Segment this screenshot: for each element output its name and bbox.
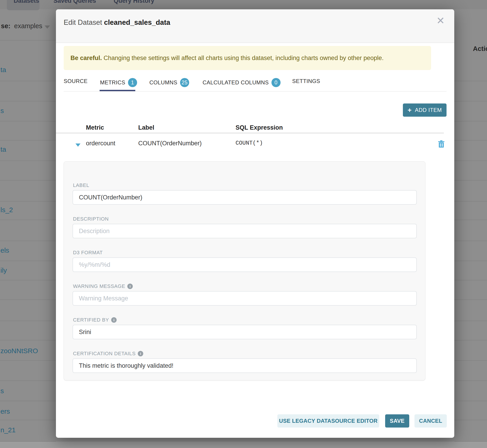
delete-metric-button[interactable] xyxy=(438,140,445,149)
metric-name[interactable]: ordercount xyxy=(86,140,115,147)
certification-details-input[interactable] xyxy=(72,358,417,373)
row-divider xyxy=(454,360,487,361)
row-divider xyxy=(0,280,56,280)
warning-banner: Be careful. Changing these settings will… xyxy=(64,46,431,70)
plus-icon: + xyxy=(408,107,412,113)
tab-calculated-columns[interactable]: CALCULATED COLUMNS0 xyxy=(203,78,280,87)
row-divider xyxy=(0,321,56,321)
row-divider xyxy=(0,81,56,81)
label-field-label: LABEL xyxy=(73,182,89,188)
row-divider xyxy=(454,420,487,420)
row-divider xyxy=(454,261,487,261)
active-tab-underline xyxy=(100,90,135,91)
dataset-link-fragment[interactable]: zooNNtSRO xyxy=(0,347,38,355)
table-header-divider xyxy=(56,133,444,134)
row-divider xyxy=(0,401,56,401)
dataset-link-fragment[interactable]: n_21 xyxy=(0,426,16,434)
row-divider xyxy=(0,180,56,181)
row-divider xyxy=(0,340,56,340)
column-header-metric: Metric xyxy=(86,124,104,131)
use-legacy-datasource-editor-button[interactable]: USE LEGACY DATASOURCE EDITOR xyxy=(277,414,379,428)
certified-by-field-label: CERTIFIED BYi xyxy=(73,317,117,323)
info-icon: i xyxy=(138,351,143,356)
background-top-nav: Datasets Saved Queries Query History xyxy=(0,0,487,9)
dataset-link-fragment[interactable]: els xyxy=(0,247,9,254)
row-divider xyxy=(0,420,56,420)
nav-tab-saved-queries[interactable]: Saved Queries xyxy=(53,0,96,4)
row-divider xyxy=(0,299,56,300)
row-divider xyxy=(0,160,56,161)
dataset-link-fragment[interactable]: s xyxy=(0,387,4,395)
database-filter-value[interactable]: examples xyxy=(14,22,42,30)
row-divider xyxy=(454,121,487,121)
metric-label: COUNT(OrderNumber) xyxy=(138,140,202,147)
close-icon[interactable]: ✕ xyxy=(436,16,445,26)
add-item-button[interactable]: + ADD ITEM xyxy=(403,104,447,117)
collapse-caret-icon[interactable] xyxy=(75,144,80,147)
dataset-link-fragment[interactable]: s xyxy=(0,107,4,115)
dataset-link-fragment[interactable]: ta xyxy=(0,66,6,74)
warning-message-field-label: WARNING MESSAGEi xyxy=(73,283,133,289)
nav-tab-datasets[interactable]: Datasets xyxy=(14,0,39,4)
row-divider xyxy=(0,360,56,361)
edit-dataset-modal: Edit Dataset cleaned_sales_data ✕ Be car… xyxy=(56,9,454,438)
row-divider xyxy=(454,140,487,141)
warning-banner-text: Be careful. Changing these settings will… xyxy=(71,54,383,62)
row-divider xyxy=(0,261,56,261)
columns-count-badge: 25 xyxy=(180,78,189,87)
tab-settings[interactable]: SETTINGS xyxy=(292,78,320,84)
dataset-link-fragment[interactable]: ls_2 xyxy=(0,206,13,214)
tab-metrics[interactable]: METRICS1 xyxy=(100,78,137,87)
row-divider xyxy=(0,220,56,220)
database-filter-label: se: xyxy=(1,22,10,30)
calculated-columns-count-badge: 0 xyxy=(271,78,280,87)
dataset-link-fragment[interactable]: ily xyxy=(0,266,7,274)
info-icon: i xyxy=(127,284,133,289)
row-divider xyxy=(454,240,487,241)
row-divider xyxy=(0,140,56,141)
metric-detail-panel: LABEL DESCRIPTION D3 FORMAT WARNING MESS… xyxy=(64,161,425,380)
nav-tab-query-history[interactable]: Query History xyxy=(114,0,154,4)
trash-icon xyxy=(438,140,445,148)
certification-details-field-label: CERTIFICATION DETAILSi xyxy=(73,351,143,357)
row-divider xyxy=(454,81,487,81)
row-divider xyxy=(0,121,56,121)
row-divider xyxy=(454,340,487,340)
row-divider xyxy=(454,280,487,280)
row-divider xyxy=(0,240,56,241)
dataset-link-fragment[interactable]: ta xyxy=(0,145,6,153)
save-button[interactable]: SAVE xyxy=(385,414,409,428)
certified-by-input[interactable] xyxy=(72,325,417,339)
row-divider xyxy=(454,380,487,381)
description-input[interactable] xyxy=(72,224,417,238)
column-header-label: Label xyxy=(138,124,154,131)
actions-column-header: Actio xyxy=(473,45,487,53)
row-divider xyxy=(454,101,487,101)
tab-columns[interactable]: COLUMNS25 xyxy=(149,78,189,87)
row-divider xyxy=(454,220,487,220)
modal-tab-bar: SOURCE METRICS1 COLUMNS25 CALCULATED COL… xyxy=(64,71,447,92)
background-pagination-strip xyxy=(0,442,487,448)
warning-message-input[interactable] xyxy=(72,291,417,306)
row-divider xyxy=(0,380,56,381)
chevron-down-icon[interactable] xyxy=(45,25,50,29)
metric-sql-expression: COUNT(*) xyxy=(236,140,263,146)
column-header-sql-expression: SQL Expression xyxy=(236,124,283,131)
info-icon: i xyxy=(111,317,117,323)
cancel-button[interactable]: CANCEL xyxy=(415,414,447,428)
screen: Datasets Saved Queries Query History se:… xyxy=(0,0,487,448)
row-divider xyxy=(454,180,487,181)
row-divider xyxy=(0,201,56,201)
dataset-name: cleaned_sales_data xyxy=(104,18,170,26)
tab-source[interactable]: SOURCE xyxy=(64,78,88,84)
metrics-count-badge: 1 xyxy=(128,78,137,87)
d3-format-field-label: D3 FORMAT xyxy=(73,250,103,256)
row-divider xyxy=(0,101,56,101)
dataset-link-fragment[interactable]: ers xyxy=(0,408,10,415)
divider xyxy=(0,40,56,40)
modal-header: Edit Dataset cleaned_sales_data ✕ xyxy=(56,9,454,43)
row-divider xyxy=(454,321,487,321)
row-divider xyxy=(454,201,487,201)
label-input[interactable] xyxy=(72,190,417,205)
d3-format-input[interactable] xyxy=(72,257,417,272)
